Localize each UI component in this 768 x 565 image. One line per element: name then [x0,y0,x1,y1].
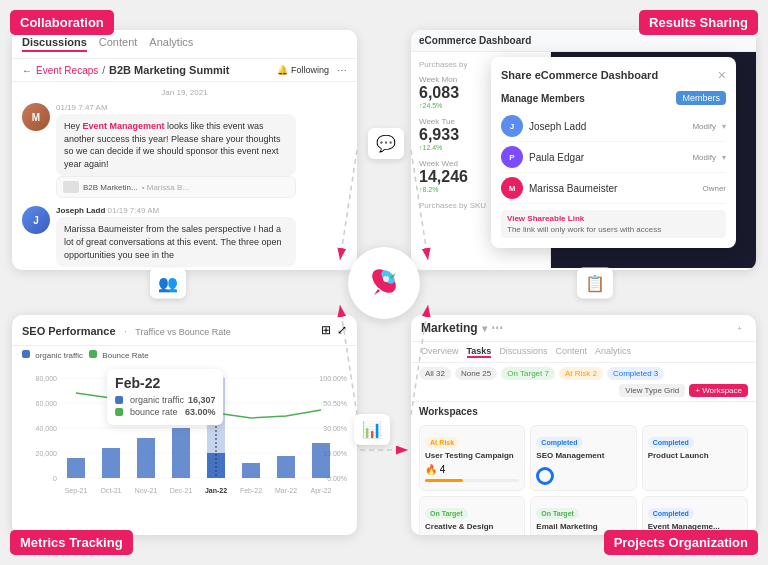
disc-date: Jan 19, 2021 [22,88,347,97]
msg1-bubble: Hey Event Management looks like this eve… [56,114,296,176]
share-title: Share eCommerce Dashboard [501,69,658,81]
breadcrumb-back[interactable]: Event Recaps [36,65,98,76]
svg-text:100.00%: 100.00% [319,375,347,382]
card4-status: On Target [536,508,579,519]
manage-members-label: Manage Members [501,93,585,104]
tab-discussions[interactable]: Discussions [22,36,87,52]
breadcrumb-current: B2B Marketing Summit [109,64,229,76]
seo-title: SEO Performance [22,325,116,337]
proj-filter-row: All 32 None 25 On Target 7 At Risk 2 Com… [411,363,756,402]
projects-panel: Marketing ▾ ⋯ + Overview Tasks Discussio… [411,315,756,535]
proj-card-3[interactable]: On Target Creative & Design [419,496,525,535]
member2-name: Paula Edgar [529,152,686,163]
disc-msg-1: M 01/19 7:47 AM Hey Event Management loo… [22,103,347,198]
svg-text:Nov-21: Nov-21 [135,487,158,494]
share-modal: Share eCommerce Dashboard × Manage Membe… [491,57,736,248]
share-link-label[interactable]: View Shareable Link [507,214,720,223]
filter-all[interactable]: All 32 [419,367,451,380]
seo-legend: organic traffic Bounce Rate [12,346,357,364]
following-button[interactable]: 🔔 Following [277,65,329,75]
workspace-btn[interactable]: + Workspace [689,384,748,397]
card-sub: • Marissa B... [142,183,189,192]
caret-icon[interactable]: ▾ [482,323,487,334]
tooltip-bounce-dot [115,408,123,416]
disc-msg-2: J Joseph Ladd 01/19 7:49 AM Marissa Baum… [22,206,347,267]
svg-point-9 [383,276,389,282]
tooltip-organic-label: organic traffic [130,395,184,405]
svg-text:40,000: 40,000 [36,425,58,432]
msg1-highlight: Event Management [83,121,165,131]
filter-completed[interactable]: Completed 3 [607,367,664,380]
share-link-desc: The link will only work for users with a… [507,225,720,234]
tab-discussions-proj[interactable]: Discussions [499,346,547,358]
more-icon[interactable]: ⋯ [491,321,503,335]
svg-rect-36 [137,438,155,478]
filter-atrisk[interactable]: At Risk 2 [559,367,603,380]
organic-dot [22,350,30,358]
card2-name: Product Launch [648,451,742,461]
breadcrumb-separator: / [102,65,105,76]
share-modal-header: Share eCommerce Dashboard × [501,67,726,83]
center-logo [348,247,420,319]
tab-content[interactable]: Content [99,36,138,52]
view-controls: View Type Grid + Workspace [619,384,748,397]
svg-rect-39 [242,463,260,478]
card-label: B2B Marketin... [83,183,138,192]
filter-none[interactable]: None 25 [455,367,497,380]
tab-content-proj[interactable]: Content [555,346,587,358]
workspace-label: Workspaces [419,406,478,417]
ecom-right: Share eCommerce Dashboard × Manage Membe… [551,52,756,268]
member1-role[interactable]: Modify [692,122,716,131]
svg-rect-34 [67,458,85,478]
member1-name: Joseph Ladd [529,121,686,132]
svg-rect-41 [312,443,330,478]
tab-overview[interactable]: Overview [421,346,459,358]
tab-tasks[interactable]: Tasks [467,346,492,358]
disc-tabs: Discussions Content Analytics [22,36,193,52]
marketing-label: Marketing [421,321,478,335]
grid-icon[interactable]: ⊞ [321,323,331,337]
svg-rect-35 [102,448,120,478]
back-arrow-icon[interactable]: ← [22,65,32,76]
svg-text:60,000: 60,000 [36,400,58,407]
collaboration-label: Collaboration [10,10,114,35]
collaboration-panel: Discussions Content Analytics ← Event Re… [12,30,357,270]
tab-analytics-proj[interactable]: Analytics [595,346,631,358]
proj-card-0[interactable]: At Risk User Testing Campaign 🔥 4 [419,425,525,491]
proj-card-2[interactable]: Completed Product Launch [642,425,748,491]
tab-analytics[interactable]: Analytics [149,36,193,52]
card2-status: Completed [648,437,694,448]
member2-avatar: P [501,146,523,168]
disc-messages: Jan 19, 2021 M 01/19 7:47 AM Hey Event M… [12,82,357,270]
svg-text:Feb-22: Feb-22 [240,487,262,494]
ecom-body: Purchases by Week Mon 6,083 ↑24.5% Week … [411,52,756,268]
add-task-icon[interactable]: + [737,324,742,333]
view-type-btn[interactable]: View Type Grid [619,384,685,397]
member2-caret: ▾ [722,153,726,162]
bounce-dot [89,350,97,358]
seo-chart-area: 80,000 60,000 40,000 20,000 0 100.00% 50… [12,364,357,504]
more-menu-icon[interactable]: ⋯ [337,65,347,76]
legend-bounce: Bounce Rate [89,350,149,360]
filter-ontarget[interactable]: On Target 7 [501,367,555,380]
tooltip-organic-row: organic traffic 16,307 [115,395,215,405]
members-list: J Joseph Ladd Modify ▾ P Paula Edgar Mod… [501,111,726,204]
expand-icon[interactable]: ⤢ [337,323,347,337]
member-3: M Marissa Baumeister Owner [501,173,726,204]
member2-role[interactable]: Modify [692,153,716,162]
workspace-header: Workspaces [411,402,756,421]
members-tab[interactable]: Members [676,91,726,105]
proj-card-1[interactable]: Completed SEO Management [530,425,636,491]
svg-text:50.50%: 50.50% [323,400,347,407]
seo-separator: · [124,326,127,337]
svg-text:Mar-22: Mar-22 [275,487,297,494]
barchart-icon: 📊 [354,414,390,445]
card0-fill [425,479,463,482]
close-icon[interactable]: × [718,67,726,83]
people-icon: 👥 [150,267,186,298]
disc-card[interactable]: B2B Marketin... • Marissa B... [56,176,296,198]
card5-status: Completed [648,508,694,519]
seo-tooltip: Feb-22 organic traffic 16,307 bounce rat… [107,369,223,425]
proj-grid: At Risk User Testing Campaign 🔥 4 Comple… [411,421,756,535]
svg-text:20,000: 20,000 [36,450,58,457]
